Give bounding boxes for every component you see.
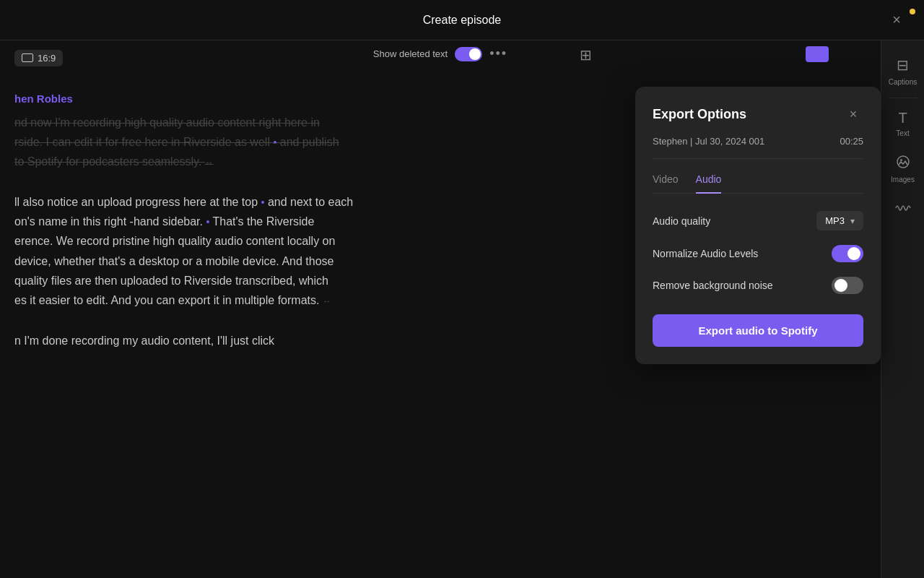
svg-point-1 — [900, 159, 902, 161]
tab-video[interactable]: Video — [653, 173, 679, 194]
aspect-ratio-label: 16:9 — [38, 53, 56, 64]
show-deleted-label: Show deleted text — [373, 48, 448, 59]
normalize-knob — [847, 247, 860, 260]
sidebar-item-wave[interactable] — [881, 192, 924, 229]
episode-duration: 00:25 — [840, 136, 863, 147]
sidebar-separator-1 — [889, 98, 918, 98]
sidebar-item-text[interactable]: T Text — [881, 101, 924, 146]
page-title: Create episode — [423, 14, 502, 27]
top-bar: Create episode × — [0, 0, 924, 40]
tab-audio[interactable]: Audio — [696, 173, 722, 194]
editor-purple-btn[interactable] — [806, 46, 829, 62]
episode-info-row: Stephen | Jul 30, 2024 001 00:25 — [653, 136, 863, 159]
remove-noise-knob — [834, 279, 847, 292]
aspect-ratio-icon — [22, 53, 33, 62]
yellow-dot-indicator — [910, 9, 915, 14]
main-content: 16:9 Show deleted text ••• ⊞ hen Robles … — [0, 40, 924, 578]
sidebar-item-images[interactable]: Images — [881, 146, 924, 192]
tab-row: Video Audio — [653, 173, 863, 194]
preview-icon[interactable]: ⊞ — [580, 46, 592, 64]
captions-icon: ⊟ — [897, 56, 909, 74]
audio-quality-label: Audio quality — [653, 215, 710, 227]
normalize-label: Normalize Audio Levels — [653, 248, 758, 259]
text-label: Text — [896, 129, 909, 137]
audio-quality-dropdown[interactable]: MP3 ▾ — [816, 211, 863, 230]
audio-quality-row: Audio quality MP3 ▾ — [653, 211, 863, 230]
svg-point-0 — [897, 156, 909, 168]
export-panel-close-button[interactable]: × — [843, 104, 863, 124]
more-options-button[interactable]: ••• — [489, 46, 507, 61]
remove-noise-toggle[interactable] — [832, 277, 863, 294]
audio-quality-value: MP3 — [825, 215, 845, 226]
captions-label: Captions — [886, 78, 920, 86]
images-label: Images — [891, 176, 915, 184]
sidebar-item-captions[interactable]: ⊟ Captions — [881, 48, 924, 95]
show-deleted-row: Show deleted text ••• — [373, 46, 507, 61]
right-sidebar: ⊟ Captions T Text Images — [881, 40, 924, 578]
wave-icon — [895, 201, 911, 217]
chevron-down-icon: ▾ — [850, 216, 855, 226]
remove-noise-label: Remove background noise — [653, 280, 773, 291]
toggle-knob — [469, 48, 481, 60]
aspect-ratio-badge[interactable]: 16:9 — [14, 50, 63, 66]
images-icon — [896, 155, 910, 173]
remove-noise-row: Remove background noise — [653, 277, 863, 294]
show-deleted-toggle[interactable] — [455, 47, 482, 61]
export-panel-title: Export Options — [653, 107, 746, 122]
text-icon: T — [898, 110, 907, 126]
export-panel: Export Options × Stephen | Jul 30, 2024 … — [635, 87, 881, 364]
normalize-row: Normalize Audio Levels — [653, 245, 863, 262]
normalize-toggle[interactable] — [832, 245, 863, 262]
export-panel-header: Export Options × — [653, 104, 863, 124]
export-audio-button[interactable]: Export audio to Spotify — [653, 314, 863, 347]
episode-name: Stephen | Jul 30, 2024 001 — [653, 136, 764, 147]
close-button[interactable]: × — [886, 10, 907, 30]
